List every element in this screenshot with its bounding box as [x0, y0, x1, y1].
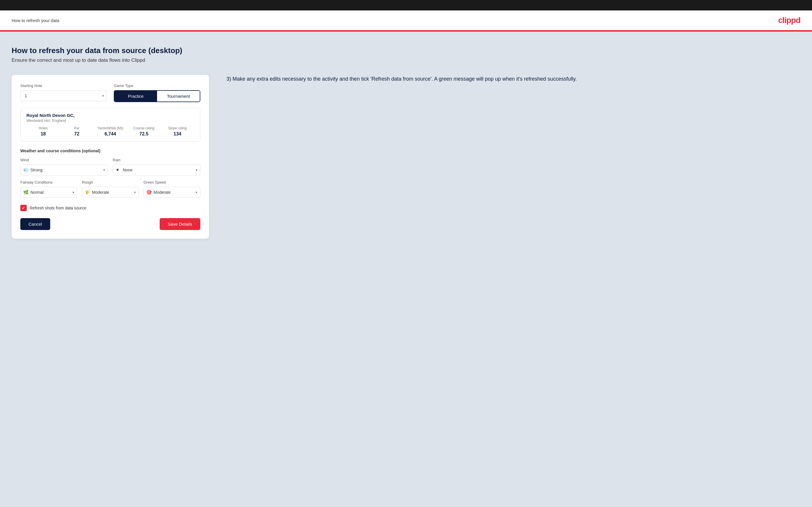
refresh-checkbox-row: Refresh shots from data source	[20, 205, 200, 211]
page-subtitle: Ensure the correct and most up to date d…	[12, 57, 800, 63]
starting-hole-select[interactable]: 1 2 10	[20, 90, 107, 101]
stat-holes: Holes 18	[27, 126, 60, 136]
practice-button[interactable]: Practice	[114, 91, 157, 102]
course-rating-label: Course rating	[127, 126, 161, 130]
holes-value: 18	[27, 131, 60, 136]
stat-par: Par 72	[60, 126, 94, 136]
content-area: Starting Hole 1 2 10 ▾ Game Type Practic…	[12, 75, 800, 239]
cancel-button[interactable]: Cancel	[20, 218, 50, 230]
course-name: Royal North Devon GC,	[27, 113, 194, 118]
green-speed-group: Green Speed 🎯 Moderate Slow Fast ▾	[143, 180, 200, 198]
wind-select[interactable]: Strong Mild Calm	[20, 164, 108, 175]
course-info-box: Royal North Devon GC, Westward Ho!, Engl…	[20, 108, 200, 142]
button-row: Cancel Save Details	[20, 218, 200, 230]
green-speed-select-wrapper: 🎯 Moderate Slow Fast ▾	[143, 187, 200, 198]
slope-rating-value: 134	[160, 131, 194, 136]
conditions-title: Weather and course conditions (optional)	[20, 149, 200, 153]
slope-rating-label: Slope rating	[160, 126, 194, 130]
header-title: How to refresh your data	[12, 18, 59, 23]
refresh-checkbox[interactable]	[20, 205, 27, 211]
yards-label: Yards/White (M))	[94, 126, 127, 130]
game-type-toggle: Practice Tournament	[114, 90, 200, 102]
starting-hole-group: Starting Hole 1 2 10 ▾	[20, 83, 107, 102]
par-value: 72	[60, 131, 94, 136]
holes-label: Holes	[27, 126, 60, 130]
header: How to refresh your data clippd	[0, 10, 812, 31]
stat-yards: Yards/White (M)) 6,744	[94, 126, 127, 136]
main-content: How to refresh your data from source (de…	[0, 32, 812, 507]
game-type-group: Game Type Practice Tournament	[114, 83, 200, 102]
fairway-select[interactable]: Normal Soft Firm	[20, 187, 77, 198]
wind-label: Wind	[20, 158, 108, 162]
wind-group: Wind 💨 Strong Mild Calm ▾	[20, 158, 108, 175]
refresh-label: Refresh shots from data source	[30, 206, 86, 210]
stat-course-rating: Course rating 72.5	[127, 126, 161, 136]
save-details-button[interactable]: Save Details	[160, 218, 200, 230]
course-stats: Holes 18 Par 72 Yards/White (M)) 6,744 C…	[27, 126, 194, 136]
top-bar	[0, 0, 812, 10]
rough-label: Rough	[82, 180, 139, 184]
green-speed-select[interactable]: Moderate Slow Fast	[143, 187, 200, 198]
conditions-section: Weather and course conditions (optional)…	[20, 149, 200, 198]
wind-rain-row: Wind 💨 Strong Mild Calm ▾ Rain	[20, 158, 200, 175]
stat-slope-rating: Slope rating 134	[160, 126, 194, 136]
conditions-row-2: Fairway Conditions 🌿 Normal Soft Firm ▾	[20, 180, 200, 198]
rough-group: Rough 🌾 Moderate Light Heavy ▾	[82, 180, 139, 198]
side-text: 3) Make any extra edits necessary to the…	[226, 75, 800, 83]
starting-hole-label: Starting Hole	[20, 83, 107, 88]
yards-value: 6,744	[94, 131, 127, 136]
fairway-label: Fairway Conditions	[20, 180, 77, 184]
course-location: Westward Ho!, England	[27, 118, 194, 123]
logo: clippd	[778, 16, 800, 25]
rough-select-wrapper: 🌾 Moderate Light Heavy ▾	[82, 187, 139, 198]
fairway-group: Fairway Conditions 🌿 Normal Soft Firm ▾	[20, 180, 77, 198]
rain-select-wrapper: ☀ None Light Heavy ▾	[113, 164, 200, 175]
par-label: Par	[60, 126, 94, 130]
rough-select[interactable]: Moderate Light Heavy	[82, 187, 139, 198]
wind-select-wrapper: 💨 Strong Mild Calm ▾	[20, 164, 108, 175]
top-form-row: Starting Hole 1 2 10 ▾ Game Type Practic…	[20, 83, 200, 102]
starting-hole-wrapper: 1 2 10 ▾	[20, 90, 107, 101]
green-speed-label: Green Speed	[143, 180, 200, 184]
form-card: Starting Hole 1 2 10 ▾ Game Type Practic…	[12, 75, 209, 239]
rain-group: Rain ☀ None Light Heavy ▾	[113, 158, 200, 175]
game-type-label: Game Type	[114, 83, 200, 88]
tournament-button[interactable]: Tournament	[157, 91, 200, 102]
fairway-select-wrapper: 🌿 Normal Soft Firm ▾	[20, 187, 77, 198]
rain-label: Rain	[113, 158, 200, 162]
page-title: How to refresh your data from source (de…	[12, 46, 800, 55]
side-description: 3) Make any extra edits necessary to the…	[226, 75, 800, 83]
rain-select[interactable]: None Light Heavy	[113, 164, 200, 175]
course-rating-value: 72.5	[127, 131, 161, 136]
